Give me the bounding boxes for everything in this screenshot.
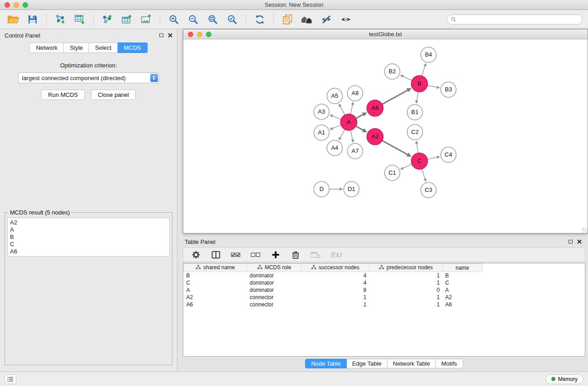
network-node-A6[interactable]: A6 bbox=[367, 100, 383, 116]
float-table-panel-icon[interactable] bbox=[569, 240, 573, 243]
fullscreen-window-button[interactable] bbox=[23, 2, 28, 8]
import-network-button[interactable] bbox=[53, 12, 68, 27]
table-row[interactable]: A2connector11A2 bbox=[184, 294, 483, 301]
search-input[interactable] bbox=[459, 16, 578, 23]
table-cell[interactable]: 1 bbox=[369, 272, 443, 279]
table-cell[interactable]: A2 bbox=[184, 294, 247, 301]
create-column-button[interactable] bbox=[270, 249, 281, 260]
zoom-out-button[interactable] bbox=[186, 12, 201, 27]
result-item[interactable]: B bbox=[10, 234, 167, 241]
table-cell[interactable]: 4 bbox=[301, 279, 369, 286]
network-edge[interactable] bbox=[382, 90, 408, 105]
zoom-selected-button[interactable] bbox=[225, 12, 240, 27]
export-image-button[interactable] bbox=[139, 12, 154, 27]
table-row[interactable]: Adominator80A bbox=[184, 286, 483, 294]
column-header-shared-name[interactable]: shared name bbox=[184, 264, 247, 272]
close-window-button[interactable] bbox=[5, 2, 10, 8]
network-edge[interactable] bbox=[382, 141, 408, 155]
apply-layout-button[interactable] bbox=[252, 12, 268, 27]
table-cell[interactable]: A2 bbox=[443, 294, 483, 301]
result-item[interactable]: C bbox=[10, 241, 167, 248]
network-edge[interactable] bbox=[356, 126, 364, 131]
hide-selected-button[interactable] bbox=[319, 12, 334, 27]
table-cell[interactable]: dominator bbox=[247, 279, 301, 286]
table-cell[interactable]: 8 bbox=[301, 286, 369, 294]
tab-edge-table[interactable]: Edge Table bbox=[347, 359, 387, 368]
network-edge[interactable] bbox=[332, 125, 341, 129]
tab-select[interactable]: Select bbox=[89, 43, 118, 53]
table-cell[interactable]: 1 bbox=[369, 279, 443, 286]
network-edge[interactable] bbox=[427, 157, 438, 159]
close-panel-icon[interactable] bbox=[168, 33, 172, 38]
network-node-A[interactable]: A bbox=[340, 114, 357, 130]
network-node-D[interactable]: D bbox=[314, 181, 329, 197]
table-row[interactable]: A6connector11A6 bbox=[184, 301, 483, 308]
minimize-network-button[interactable] bbox=[197, 32, 202, 37]
network-edge[interactable] bbox=[340, 129, 345, 138]
table-settings-button[interactable] bbox=[191, 249, 201, 260]
network-edge[interactable] bbox=[422, 169, 425, 180]
table-cell[interactable]: A bbox=[184, 286, 247, 294]
zoom-in-button[interactable] bbox=[166, 12, 182, 27]
network-node-C[interactable]: C bbox=[411, 153, 428, 169]
table-cell[interactable]: 1 bbox=[301, 294, 369, 301]
run-mcds-button[interactable]: Run MCDS bbox=[41, 90, 85, 100]
export-network-button[interactable] bbox=[100, 12, 115, 27]
network-node-A2[interactable]: A2 bbox=[367, 129, 383, 145]
result-item[interactable]: A2 bbox=[10, 219, 167, 226]
save-session-button[interactable] bbox=[25, 12, 40, 27]
table-cell[interactable]: dominator bbox=[247, 272, 301, 279]
network-edge[interactable] bbox=[422, 65, 425, 76]
column-header-predecessor-nodes[interactable]: predecessor nodes bbox=[369, 264, 443, 272]
table-cell[interactable]: 1 bbox=[369, 294, 443, 301]
network-edge[interactable] bbox=[402, 164, 412, 168]
close-panel-button[interactable]: Close panel bbox=[91, 90, 136, 100]
network-node-C3[interactable]: C3 bbox=[421, 182, 436, 198]
result-item[interactable]: A6 bbox=[10, 248, 167, 255]
import-table-button[interactable] bbox=[72, 12, 87, 27]
network-edge[interactable] bbox=[356, 114, 363, 118]
network-edge[interactable] bbox=[416, 143, 418, 153]
float-panel-icon[interactable] bbox=[159, 33, 163, 37]
table-cell[interactable]: B bbox=[184, 272, 247, 279]
function-builder-button[interactable]: f(x) bbox=[330, 249, 342, 260]
network-canvas[interactable]: B4B2BB3A5A8A6B1A3AA1C2A2A4A7C4CC1C3DD1 bbox=[183, 39, 588, 233]
network-edge[interactable] bbox=[332, 116, 341, 119]
network-edge[interactable] bbox=[350, 104, 353, 114]
network-node-A7[interactable]: A7 bbox=[347, 143, 363, 159]
network-node-A4[interactable]: A4 bbox=[327, 140, 342, 156]
minimize-window-button[interactable] bbox=[14, 2, 19, 8]
column-header-successor-nodes[interactable]: successor nodes bbox=[301, 264, 369, 272]
show-columns-button[interactable] bbox=[210, 249, 221, 260]
close-table-panel-icon[interactable] bbox=[577, 239, 582, 244]
network-node-B4[interactable]: B4 bbox=[421, 47, 436, 62]
network-node-B1[interactable]: B1 bbox=[407, 105, 423, 120]
copy-documents-button[interactable] bbox=[280, 12, 295, 27]
neighborhood-button[interactable] bbox=[299, 12, 315, 27]
delete-table-button[interactable] bbox=[310, 249, 321, 260]
column-header-name[interactable]: name bbox=[443, 264, 483, 272]
network-edge[interactable] bbox=[416, 92, 418, 102]
table-cell[interactable]: A6 bbox=[184, 301, 247, 308]
network-node-A3[interactable]: A3 bbox=[314, 104, 329, 119]
table-cell[interactable]: A6 bbox=[443, 301, 483, 308]
table-cell[interactable]: connector bbox=[247, 294, 301, 301]
close-network-button[interactable] bbox=[188, 32, 193, 37]
memory-button[interactable]: Memory bbox=[545, 374, 583, 384]
tab-network[interactable]: Network bbox=[29, 43, 64, 53]
network-node-C2[interactable]: C2 bbox=[407, 124, 423, 140]
network-node-A1[interactable]: A1 bbox=[314, 125, 329, 140]
network-edge[interactable] bbox=[340, 105, 345, 115]
network-edge[interactable] bbox=[427, 86, 438, 88]
table-cell[interactable]: 1 bbox=[369, 301, 443, 308]
task-history-button[interactable] bbox=[5, 374, 16, 384]
table-cell[interactable]: A bbox=[443, 286, 483, 294]
network-node-A8[interactable]: A8 bbox=[347, 86, 363, 101]
result-item[interactable]: A bbox=[10, 226, 167, 234]
optimization-criterion-dropdown[interactable]: largest connected component (directed) bbox=[18, 72, 159, 83]
network-node-B[interactable]: B bbox=[411, 76, 428, 92]
deselect-all-columns-button[interactable] bbox=[250, 249, 261, 260]
network-node-C4[interactable]: C4 bbox=[441, 147, 456, 162]
table-cell[interactable]: C bbox=[184, 279, 247, 286]
zoom-network-button[interactable] bbox=[206, 32, 211, 37]
